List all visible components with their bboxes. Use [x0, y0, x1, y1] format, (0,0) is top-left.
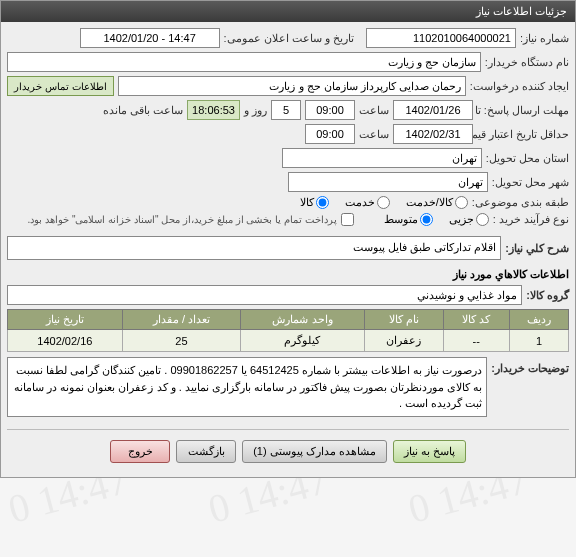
cell-idx: 1	[509, 330, 568, 352]
day-count-field: 5	[271, 100, 301, 120]
cell-code: --	[443, 330, 509, 352]
goods-section-title: اطلاعات کالاهاي مورد نياز	[7, 268, 569, 281]
buyer-field: سازمان حج و زیارت	[7, 52, 481, 72]
goods-table: ردیف کد کالا نام کالا واحد شمارش تعداد /…	[7, 309, 569, 352]
table-header-row: ردیف کد کالا نام کالا واحد شمارش تعداد /…	[8, 310, 569, 330]
p1-label: جزیی	[449, 213, 474, 226]
th-date: تاریخ نیاز	[8, 310, 123, 330]
view-attachments-button[interactable]: مشاهده مدارک پیوستی (1)	[242, 440, 387, 463]
cell-name: زعفران	[364, 330, 443, 352]
buyer-label: نام دستگاه خریدار:	[485, 56, 569, 69]
summary-text: اقلام تدارکاتی طبق فایل پیوست	[7, 236, 501, 260]
payment-note: پرداخت تمام یا بخشی از مبلغ خرید،از محل …	[28, 214, 337, 225]
valid-date-field: 1402/02/31	[393, 124, 473, 144]
deadline-time-label: ساعت	[359, 104, 389, 117]
remaining-time-field: 18:06:53	[187, 100, 240, 120]
valid-time-label: ساعت	[359, 128, 389, 141]
requester-label: ایجاد کننده درخواست:	[470, 80, 569, 93]
public-date-label: تاریخ و ساعت اعلان عمومی:	[224, 32, 354, 45]
need-no-label: شماره نیاز:	[520, 32, 569, 45]
deliver-city-label: استان محل تحویل:	[486, 152, 569, 165]
deliver-city-field: تهران	[282, 148, 482, 168]
category-label: طبقه بندی موضوعی:	[472, 196, 569, 209]
th-idx: ردیف	[509, 310, 568, 330]
th-unit: واحد شمارش	[241, 310, 365, 330]
buyer-desc-text: درصورت نیاز به اطلاعات بیشتر با شماره 64…	[7, 357, 487, 417]
deadline-label: مهلت ارسال پاسخ: تا تاریخ:	[477, 104, 569, 117]
valid-label: حداقل تاریخ اعتبار قیمت: تا تاریخ:	[477, 128, 569, 141]
table-row[interactable]: 1 -- زعفران کیلوگرم 25 1402/02/16	[8, 330, 569, 352]
public-date-field: 1402/01/20 - 14:47	[80, 28, 220, 48]
p2-label: متوسط	[384, 213, 418, 226]
treasury-checkbox[interactable]	[341, 213, 354, 226]
cat-goods-radio[interactable]: کالا	[300, 196, 329, 209]
reply-button[interactable]: پاسخ به نیاز	[393, 440, 466, 463]
th-qty: تعداد / مقدار	[122, 310, 240, 330]
cat2-label: خدمت	[345, 196, 375, 209]
th-name: نام کالا	[364, 310, 443, 330]
cell-date: 1402/02/16	[8, 330, 123, 352]
cell-unit: کیلوگرم	[241, 330, 365, 352]
deliver-town-label: شهر محل تحویل:	[492, 176, 569, 189]
cat-goods-service-radio[interactable]: کالا/خدمت	[406, 196, 468, 209]
valid-time-field: 09:00	[305, 124, 355, 144]
exit-button[interactable]: خروج	[110, 440, 170, 463]
process-small-radio[interactable]: جزیی	[449, 213, 489, 226]
process-label: نوع فرآیند خرید :	[493, 213, 569, 226]
group-label: گروه کالا:	[526, 289, 569, 302]
cat1-label: کالا/خدمت	[406, 196, 453, 209]
cat-service-radio[interactable]: خدمت	[345, 196, 390, 209]
back-button[interactable]: بازگشت	[176, 440, 236, 463]
summary-label: شرح کلي نياز:	[505, 242, 569, 255]
day-label: روز و	[244, 104, 267, 117]
titlebar: جزئیات اطلاعات نیاز	[1, 1, 575, 22]
group-field: مواد غذايي و نوشيدني	[7, 285, 522, 305]
window-title: جزئیات اطلاعات نیاز	[476, 5, 567, 18]
remaining-label: ساعت باقی مانده	[103, 104, 183, 117]
cat3-label: کالا	[300, 196, 314, 209]
need-details-window: جزئیات اطلاعات نیاز شماره نیاز: 11020100…	[0, 0, 576, 478]
deliver-town-field: تهران	[288, 172, 488, 192]
cell-qty: 25	[122, 330, 240, 352]
need-no-field: 1102010064000021	[366, 28, 516, 48]
buyer-desc-label: توضيحات خریدار:	[491, 358, 569, 375]
deadline-date-field: 1402/01/26	[393, 100, 473, 120]
footer-buttons: پاسخ به نیاز مشاهده مدارک پیوستی (1) باز…	[7, 429, 569, 471]
process-medium-radio[interactable]: متوسط	[384, 213, 433, 226]
th-code: کد کالا	[443, 310, 509, 330]
deadline-time-field: 09:00	[305, 100, 355, 120]
contact-buyer-button[interactable]: اطلاعات تماس خریدار	[7, 76, 114, 96]
requester-field: رحمان صدایی کارپرداز سازمان حج و زیارت	[118, 76, 466, 96]
